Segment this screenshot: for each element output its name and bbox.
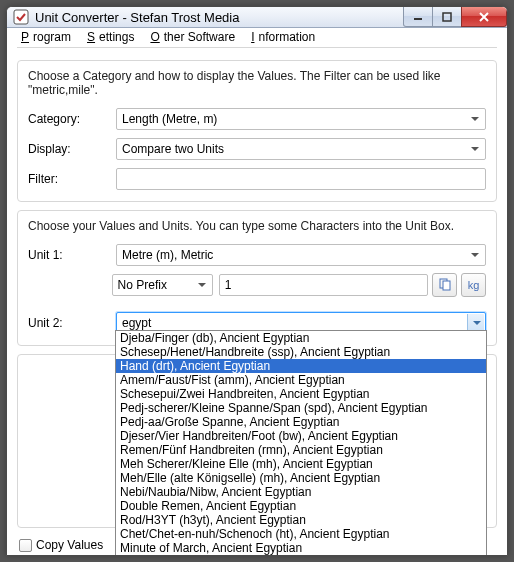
category-hint: Choose a Category and how to display the… [28,69,486,97]
copy-values-checkbox[interactable] [19,539,32,552]
menu-program[interactable]: Program [17,28,79,46]
value-text: 1 [225,278,232,292]
kg-icon: kg [468,279,480,291]
dropdown-item[interactable]: Amem/Faust/Fist (amm), Ancient Egyptian [116,373,486,387]
app-window: Unit Converter - Stefan Trost Media Prog… [6,6,508,556]
kg-button[interactable]: kg [461,273,486,297]
dropdown-item[interactable]: Nebi/Naubia/Nibw, Ancient Egyptian [116,485,486,499]
dropdown-item[interactable]: Meh/Elle (alte Königselle) (mh), Ancient… [116,471,486,485]
unit2-label: Unit 2: [28,316,116,330]
prefix-value: No Prefix [118,278,167,292]
unit2-dropdown[interactable]: Djeba/Finger (db), Ancient EgyptianSches… [115,330,487,556]
dropdown-item[interactable]: Rod/H3YT (h3yt), Ancient Egyptian [116,513,486,527]
window-title: Unit Converter - Stefan Trost Media [35,10,404,25]
dropdown-item[interactable]: Meh Scherer/Kleine Elle (mh), Ancient Eg… [116,457,486,471]
close-button[interactable] [461,7,507,27]
dropdown-item[interactable]: Pedj-aa/Große Spanne, Ancient Egyptian [116,415,486,429]
svg-rect-1 [414,18,422,20]
value-input[interactable]: 1 [219,274,429,296]
category-label: Category: [28,112,116,126]
svg-rect-4 [443,281,450,290]
minimize-button[interactable] [403,7,433,27]
title-bar[interactable]: Unit Converter - Stefan Trost Media [7,7,507,28]
app-icon [13,9,29,25]
dropdown-item[interactable]: Double Remen, Ancient Egyptian [116,499,486,513]
dropdown-item[interactable]: Schesepui/Zwei Handbreiten, Ancient Egyp… [116,387,486,401]
prefix-combo[interactable]: No Prefix [112,274,213,296]
dropdown-item[interactable]: Hand (drt), Ancient Egyptian [116,359,486,373]
category-group: Choose a Category and how to display the… [17,60,497,202]
display-combo[interactable]: Compare two Units [116,138,486,160]
unit2-input-text: egypt [122,316,151,330]
menu-other-software[interactable]: Other Software [146,28,243,46]
dropdown-item[interactable]: Pedj-scherer/Kleine Spanne/Span (spd), A… [116,401,486,415]
menu-bar: Program Settings Other Software Informat… [7,28,507,47]
dropdown-item[interactable]: Djeser/Vier Handbreiten/Foot (bw), Ancie… [116,429,486,443]
display-label: Display: [28,142,116,156]
client-area: Choose a Category and how to display the… [7,54,507,556]
dropdown-item[interactable]: Minute of March, Ancient Egyptian [116,541,486,555]
svg-rect-0 [14,10,28,24]
unit1-value: Metre (m), Metric [122,248,213,262]
display-value: Compare two Units [122,142,224,156]
units-group: Choose your Values and Units. You can ty… [17,210,497,346]
maximize-button[interactable] [432,7,462,27]
category-value: Length (Metre, m) [122,112,217,126]
copy-icon [438,277,452,293]
dropdown-item[interactable]: Schesep/Henet/Handbreite (ssp), Ancient … [116,345,486,359]
menu-settings[interactable]: Settings [83,28,142,46]
filter-label: Filter: [28,172,116,186]
dropdown-item[interactable]: Stadion, Ancient Egyptian [116,555,486,556]
dropdown-item[interactable]: Chet/Chet-en-nuh/Schenoch (ht), Ancient … [116,527,486,541]
units-hint: Choose your Values and Units. You can ty… [28,219,486,233]
unit1-combo[interactable]: Metre (m), Metric [116,244,486,266]
filter-input[interactable] [116,168,486,190]
copy-values-label: Copy Values [36,538,103,552]
window-buttons [404,7,507,27]
svg-rect-2 [443,13,451,21]
unit1-label: Unit 1: [28,248,116,262]
dropdown-item[interactable]: Djeba/Finger (db), Ancient Egyptian [116,331,486,345]
category-combo[interactable]: Length (Metre, m) [116,108,486,130]
menu-information[interactable]: Information [247,28,323,46]
dropdown-item[interactable]: Remen/Fünf Handbreiten (rmn), Ancient Eg… [116,443,486,457]
copy-value-button[interactable] [432,273,457,297]
